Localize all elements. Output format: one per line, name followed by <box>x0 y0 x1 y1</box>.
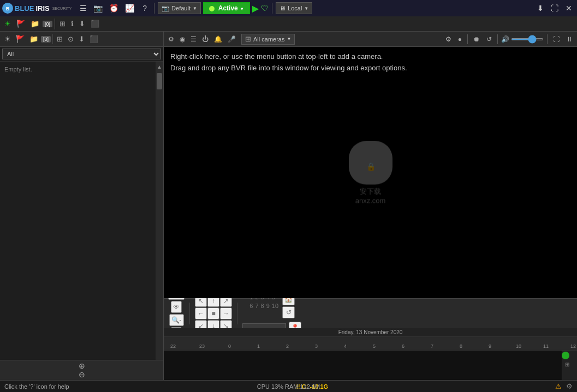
fullscreen-button[interactable]: ⛶ <box>549 2 561 14</box>
tb2-sun-icon[interactable]: ☀ <box>2 19 13 29</box>
tb2-down-icon[interactable]: ⬇ <box>77 19 87 29</box>
cam-fullscreen-icon[interactable]: ⛶ <box>551 34 562 44</box>
timeline-grid-icon[interactable]: ⊞ <box>565 361 569 367</box>
vc-refresh2-icon[interactable]: ↺ <box>282 306 295 318</box>
vc-nav-section: ↖ ↑ ↗ ← ■ → ↙ ↓ ↘ <box>195 295 232 332</box>
question-button[interactable]: ? <box>139 2 151 14</box>
vc-eye-icon[interactable]: 👁 <box>171 301 182 313</box>
vc-zoom-out-icon[interactable]: 🔍- <box>169 314 184 326</box>
timeline-green-dot[interactable] <box>562 352 569 359</box>
zoom-in-icon[interactable]: ⊕ <box>79 361 85 370</box>
scroll-thumb[interactable] <box>157 73 162 89</box>
active-button[interactable]: Active ▼ <box>203 2 250 14</box>
scroll-up-arrow[interactable]: ▲ <box>156 63 163 71</box>
logo-text-blue: BLUE <box>15 4 34 13</box>
tick-6: 6 <box>402 343 405 349</box>
sidebar-list: Empty list. <box>0 62 156 360</box>
sb-count-badge: [0] <box>41 36 51 43</box>
filter-select[interactable]: All Cameras Groups <box>2 49 161 59</box>
main-content: ☀ 🚩 📁 [0] ⊞ ⊙ ⬇ ⬛ All Cameras Groups Emp… <box>0 32 577 380</box>
sidebar-toolbar: ☀ 🚩 📁 [0] ⊞ ⊙ ⬇ ⬛ <box>0 32 163 47</box>
vc-nav-right[interactable]: → <box>220 307 232 319</box>
logo-icon: B <box>2 3 13 14</box>
profile-arrow: ▼ <box>193 6 197 11</box>
tb2-flag-icon[interactable]: 🚩 <box>14 19 27 29</box>
tick-5: 5 <box>373 343 376 349</box>
vc-num-8[interactable]: 8 <box>260 302 265 310</box>
tick-7: 7 <box>431 343 433 349</box>
sb-grid-icon[interactable]: ⊞ <box>55 34 65 44</box>
tb2-stop-icon[interactable]: ⬛ <box>88 19 102 29</box>
separator-1 <box>154 3 154 14</box>
vc-sep2 <box>237 303 237 324</box>
camera-button[interactable]: 📷 <box>91 2 105 14</box>
download-button[interactable]: ⬇ <box>534 2 546 14</box>
cam-gear-icon[interactable]: ⚙ <box>166 34 176 44</box>
sidebar-scrollbar[interactable]: ▲ <box>156 62 163 360</box>
video-line2: Drag and drop any BVR file into this win… <box>170 63 570 74</box>
cam-refresh-icon[interactable]: ↺ <box>484 34 494 44</box>
clock-button[interactable]: ⏰ <box>107 2 121 14</box>
tick-4: 4 <box>344 343 347 349</box>
tb2-grid-icon[interactable]: ⊞ <box>57 19 68 29</box>
cam-pause-icon[interactable]: ⏸ <box>564 34 575 44</box>
cam-power-icon[interactable]: ⏻ <box>200 34 211 44</box>
tick-11: 11 <box>543 343 549 349</box>
vc-num-10[interactable]: 10 <box>271 302 279 310</box>
tb2-folder-icon[interactable]: 📁 <box>28 19 41 29</box>
status-resources-text: CPU 13% RAM 112.6M <box>257 383 320 390</box>
zoom-out-icon[interactable]: ⊖ <box>79 370 85 379</box>
video-controls: 🔍+ 👁 🔍- 👁 ↖ ↑ ↗ ← ■ → ↙ ↓ ↘ <box>164 298 577 328</box>
view-dropdown[interactable]: 🖥 Local ▼ <box>276 2 312 14</box>
shield-button[interactable]: 🛡 <box>261 4 269 13</box>
top-right-actions: ⬇ ⛶ ✕ <box>534 2 575 14</box>
vc-row2: 6 7 8 9 10 <box>249 302 279 310</box>
logo-area: B BLUE IRIS SECURITY <box>2 3 72 14</box>
profile-dropdown[interactable]: 📷 Default ▼ <box>158 2 201 14</box>
active-label: Active <box>218 4 238 12</box>
sb-folder-icon[interactable]: 📁 <box>27 34 40 44</box>
close-button[interactable]: ✕ <box>563 2 575 14</box>
cam-dot-icon[interactable]: ● <box>456 34 464 44</box>
view-arrow: ▼ <box>304 6 308 11</box>
cam-menu-icon[interactable]: ☰ <box>188 34 199 44</box>
profile-label: Default <box>171 5 191 11</box>
tick-8: 8 <box>460 343 462 349</box>
tb2-sep1 <box>55 19 55 29</box>
video-area[interactable]: Right-click here, or use the menu button… <box>164 47 577 298</box>
sb-flag-icon[interactable]: 🚩 <box>14 34 27 44</box>
cam-mic-icon[interactable]: 🎤 <box>225 34 238 44</box>
sb-export-icon[interactable]: ⬇ <box>76 34 87 44</box>
vc-num-9[interactable]: 9 <box>266 302 270 310</box>
sb-refresh-icon[interactable]: ⊙ <box>66 34 76 44</box>
vc-num-6[interactable]: 6 <box>249 302 253 310</box>
vc-sep1 <box>189 303 190 324</box>
camera-icon-small: 📷 <box>162 5 169 12</box>
empty-list: Empty list. <box>2 64 153 75</box>
active-arrow: ▼ <box>240 7 244 11</box>
right-content: ⚙ ◉ ☰ ⏻ 🔔 🎤 ⊞ All cameras ▼ ⚙ ● ⏺ ↺ 🔊 <box>164 32 577 380</box>
cam-settings2-icon[interactable]: ⚙ <box>443 34 454 44</box>
play-button[interactable]: ▶ <box>252 3 259 14</box>
monitor-icon: 🖥 <box>279 5 285 11</box>
sidebar-filter[interactable]: All Cameras Groups <box>0 47 163 62</box>
cam-sep3 <box>547 34 548 44</box>
status-settings-icon[interactable]: ⚙ <box>566 382 573 390</box>
sb-new-icon[interactable]: ☀ <box>2 34 13 44</box>
menu-button[interactable]: ☰ <box>77 2 89 14</box>
cam-rec-icon[interactable]: ⏺ <box>471 34 482 44</box>
cam-bell-icon[interactable]: 🔔 <box>212 34 224 44</box>
vc-nav-center[interactable]: ■ <box>207 307 219 319</box>
view-label: Local <box>288 5 302 11</box>
svg-text:B: B <box>6 6 10 11</box>
sb-stop-icon[interactable]: ⬛ <box>87 34 100 44</box>
all-cameras-dropdown[interactable]: ⊞ All cameras ▼ <box>241 34 295 45</box>
tb2-info-icon[interactable]: ℹ <box>69 19 76 29</box>
timeline-body[interactable]: ⊞ <box>164 351 577 380</box>
tick-0: 0 <box>228 343 231 349</box>
volume-slider[interactable] <box>511 38 544 40</box>
vc-nav-left[interactable]: ← <box>195 307 207 319</box>
cam-target-icon[interactable]: ◉ <box>177 34 187 44</box>
vc-num-7[interactable]: 7 <box>254 302 259 310</box>
chart-button[interactable]: 📈 <box>123 2 136 14</box>
